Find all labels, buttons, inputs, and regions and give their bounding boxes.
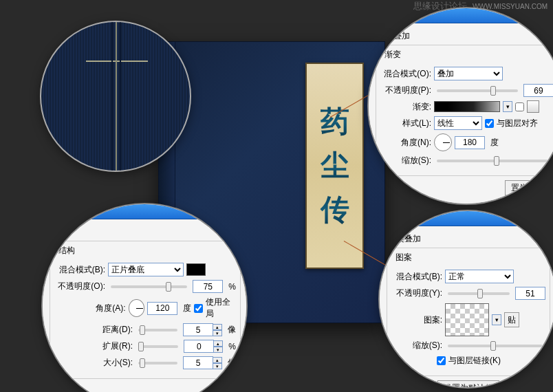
group-title: 结构 [56,245,78,257]
blend-mode-select[interactable]: 叠加 [434,67,503,80]
blend-mode-select[interactable]: 正常 [445,270,514,283]
link-layer-label: 与图层链接(K) [448,355,501,367]
quality-title: 品质 [51,383,241,392]
step-down[interactable]: ▾ [213,363,222,369]
angle-dial[interactable] [434,133,452,151]
align-checkbox[interactable] [485,119,494,128]
gradient-extra-button[interactable] [527,100,539,113]
use-global-light-label: 使用全局 [206,296,236,320]
reset-defaults-button[interactable]: 置为默认值 [505,180,553,195]
zoom-pattern-overlay-panel: 图案叠加 图案 混合模式(B): 正常 不透明度(Y): 图案: ▾ 贴 [378,210,553,389]
angle-label: 角度(A): [53,303,126,314]
blend-mode-select[interactable]: 正片叠底 [108,263,184,276]
scale-label: 缩放(S): [390,340,442,351]
style-label: 样式(L): [379,118,431,129]
opacity-input[interactable] [523,84,553,97]
style-select[interactable]: 线性 [434,116,482,130]
opacity-label: 不透明度(O): [53,281,105,292]
use-global-light-checkbox[interactable] [194,304,203,313]
spread-unit: % [228,342,236,351]
step-down[interactable]: ▾ [213,330,222,336]
section-title: 渐变叠加 [377,30,553,42]
distance-input[interactable] [183,323,213,336]
book-char-3: 传 [321,190,349,229]
book-char-2: 尘 [321,146,349,185]
scale-label: 缩放(S): [379,155,431,166]
angle-input[interactable] [455,136,485,149]
pattern-dropdown[interactable]: ▾ [492,314,501,325]
step-down[interactable]: ▾ [213,347,223,353]
distance-slider[interactable] [138,329,177,331]
zoom-gradient-overlay-panel: 渐变叠加 渐变 混合模式(O): 叠加 不透明度(P): 渐变: ▾ [367,7,553,205]
angle-unit: 度 [490,137,499,149]
opacity-unit: % [228,282,236,292]
group-title: 渐变 [382,49,404,61]
angle-unit: 度 [183,303,191,314]
book-title-label: 药 尘 传 [305,63,364,269]
pattern-preview[interactable] [445,303,489,336]
angle-dial[interactable] [129,299,145,317]
blend-mode-label: 混合模式(B): [53,264,105,276]
opacity-input[interactable] [515,287,545,300]
step-up[interactable]: ▴ [213,357,222,363]
opacity-slider[interactable] [437,89,518,92]
distance-unit: 像 [228,324,236,336]
shadow-color-swatch[interactable] [186,263,206,276]
scale-slider[interactable] [437,160,551,162]
size-unit: 像 [228,357,236,369]
reverse-checkbox[interactable] [515,102,524,111]
opacity-label: 不透明度(Y): [390,287,442,299]
blend-mode-label: 混合模式(B): [390,271,442,283]
snap-origin-button[interactable]: 贴 [504,312,519,327]
distance-label: 距离(D): [53,324,133,336]
step-up[interactable]: ▴ [213,340,223,347]
gradient-preview[interactable] [434,101,500,112]
link-layer-checkbox[interactable] [437,356,446,365]
scale-slider[interactable] [448,345,543,347]
size-label: 大小(S): [53,357,133,369]
blend-mode-label: 混合模式(O): [379,68,431,80]
spread-label: 扩展(R): [53,340,133,352]
size-slider[interactable] [138,362,177,364]
gradient-dropdown[interactable]: ▾ [503,101,512,112]
reset-defaults-button[interactable]: 设置为默认值 [437,380,499,389]
size-input[interactable] [183,356,213,369]
opacity-label: 不透明度(P): [379,85,431,96]
align-label: 与图层对齐 [497,118,538,129]
pattern-label: 图案: [390,314,442,326]
section-title: 图案叠加 [388,233,550,245]
gradient-label: 渐变: [379,101,431,113]
window-titlebar [380,211,553,226]
section-title: 投影 [51,226,241,238]
zoom-texture [40,21,191,172]
opacity-slider[interactable] [111,285,187,288]
spread-slider[interactable] [138,345,178,348]
angle-input[interactable] [147,302,177,315]
opacity-slider[interactable] [448,292,510,295]
group-title: 图案 [393,252,415,263]
opacity-input[interactable] [193,280,223,293]
step-up[interactable]: ▴ [213,324,222,330]
spread-input[interactable] [184,340,214,353]
angle-label: 角度(N): [379,137,431,149]
